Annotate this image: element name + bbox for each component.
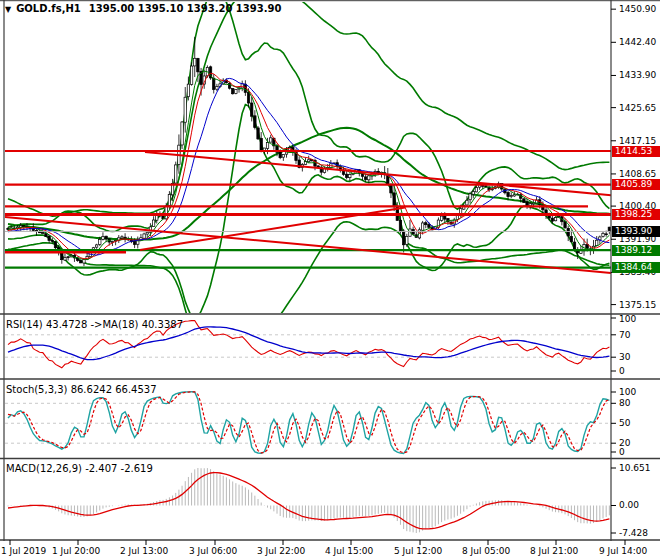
time-axis-label[interactable]: 1 Jul 2019 xyxy=(1,546,46,557)
collapse-arrow-icon[interactable]: ▼ xyxy=(5,5,11,14)
rsi-axis-tick[interactable]: 70 xyxy=(619,330,630,341)
price-axis-tick[interactable]: 1375.15 xyxy=(619,300,656,311)
price-badge-red: 1398.25 xyxy=(612,209,660,220)
time-axis-label[interactable]: 8 Jul 21:00 xyxy=(530,546,578,557)
price-axis-tick[interactable]: 1425.65 xyxy=(619,103,656,114)
rsi-panel-label: RSI(14) 43.4728 ->MA(18) 40.3387 xyxy=(6,319,183,330)
stoch-axis-tick[interactable]: 0 xyxy=(619,447,625,458)
rsi-axis-tick[interactable]: 0 xyxy=(619,366,625,377)
price-chart-canvas[interactable] xyxy=(0,0,660,560)
time-axis-label[interactable]: 3 Jul 22:00 xyxy=(257,546,305,557)
time-axis-label[interactable]: 2 Jul 13:00 xyxy=(120,546,168,557)
macd-axis-tick[interactable]: 10.651 xyxy=(619,463,651,474)
time-axis-label[interactable]: 9 Jul 14:00 xyxy=(599,546,647,557)
ohlc-values: 1395.00 1395.10 1393.20 1393.90 xyxy=(89,3,282,14)
price-axis-tick[interactable]: 1442.40 xyxy=(619,37,656,48)
macd-axis-tick[interactable]: -7.428 xyxy=(619,528,648,539)
rsi-axis-tick[interactable]: 30 xyxy=(619,352,630,363)
chart-window: ▼GOLD.fs,H11395.00 1395.10 1393.20 1393.… xyxy=(0,0,660,560)
stoch-axis-tick[interactable]: 100 xyxy=(619,387,636,398)
time-axis-label[interactable]: 3 Jul 06:00 xyxy=(189,546,237,557)
rsi-axis-tick[interactable]: 100 xyxy=(619,314,636,325)
price-badge-black: 1393.90 xyxy=(612,226,660,237)
stoch-axis-tick[interactable]: 80 xyxy=(619,398,630,409)
price-axis-tick[interactable]: 1433.90 xyxy=(619,70,656,81)
macd-panel-label: MACD(12,26,9) -2.407 -2.619 xyxy=(6,463,153,474)
price-badge-green: 1384.64 xyxy=(612,262,660,273)
stoch-axis-tick[interactable]: 50 xyxy=(619,418,630,429)
trend-line xyxy=(145,152,620,196)
time-axis-label[interactable]: 1 Jul 20:00 xyxy=(52,546,100,557)
price-badge-green: 1389.12 xyxy=(612,245,660,256)
chart-title: ▼GOLD.fs,H11395.00 1395.10 1393.20 1393.… xyxy=(5,3,281,14)
price-badge-red: 1414.53 xyxy=(612,146,660,157)
macd-histogram xyxy=(8,468,609,533)
symbol-period: GOLD.fs,H1 xyxy=(16,3,81,14)
stoch-panel-label: Stoch(5,3,3) 86.6242 66.4537 xyxy=(6,384,157,395)
price-badge-red: 1405.89 xyxy=(612,179,660,190)
macd-axis-tick[interactable]: 0.00 xyxy=(619,500,639,511)
price-axis-tick[interactable]: 1450.90 xyxy=(619,4,656,15)
time-axis-label[interactable]: 4 Jul 15:00 xyxy=(325,546,373,557)
time-axis-label[interactable]: 8 Jul 05:00 xyxy=(462,546,510,557)
time-axis-label[interactable]: 5 Jul 12:00 xyxy=(394,546,442,557)
